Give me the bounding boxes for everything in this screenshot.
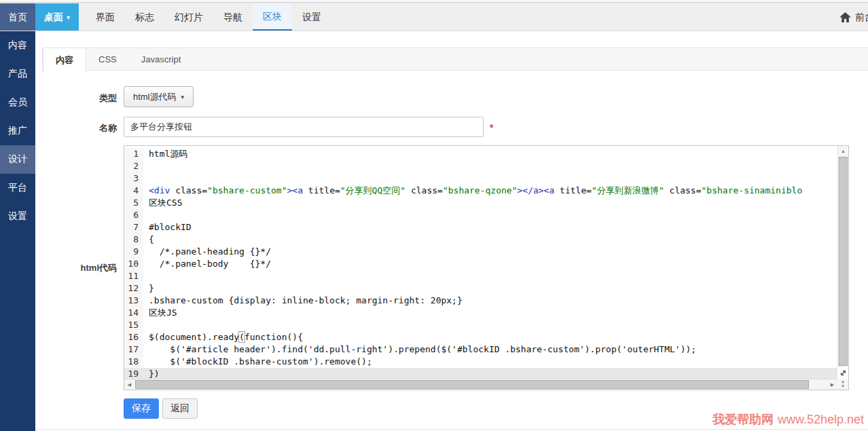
line-content: .bshare-custom {display: inline-block; m… [143, 295, 837, 307]
line-number: 10 [124, 258, 143, 270]
line-content: /*.panel-heading {}*/ [143, 246, 837, 258]
code-line[interactable]: 12} [124, 282, 837, 295]
line-number: 13 [124, 295, 143, 307]
frontend-link[interactable]: 前台 [839, 3, 868, 31]
nav-item-settings[interactable]: 设置 [292, 3, 331, 31]
line-content: $(document).ready(function(){ [143, 331, 837, 343]
code-line[interactable]: 6 [124, 209, 837, 221]
line-number: 2 [124, 160, 143, 172]
frontend-label: 前台 [855, 12, 868, 24]
nav-item-interface[interactable]: 界面 [86, 3, 125, 31]
line-number: 9 [124, 246, 143, 258]
chevron-down-icon: ▾ [181, 94, 185, 100]
nav-home-label: 首页 [8, 12, 27, 24]
code-line[interactable]: 11 [124, 270, 837, 282]
line-number: 15 [124, 319, 143, 331]
line-number: 17 [124, 343, 143, 356]
sidebar-item-design[interactable]: 设计 [0, 145, 35, 174]
vertical-scrollbar[interactable]: ▲ [837, 146, 848, 367]
sidebar-item-platform[interactable]: 平台 [0, 174, 35, 202]
tab-content[interactable]: 内容 [43, 48, 86, 72]
code-line[interactable]: 2 [124, 160, 837, 172]
back-button[interactable]: 返回 [162, 398, 198, 419]
watermark: 我爱帮助网www.52help.net [712, 411, 864, 428]
resize-grip-icon[interactable] [837, 367, 848, 378]
vertical-scrollbar-thumb[interactable] [839, 157, 848, 366]
sidebar: 内容 产品 会员 推广 设计 平台 设置 [0, 31, 35, 431]
line-number: 5 [124, 197, 143, 209]
type-dropdown[interactable]: html源代码 ▾ [124, 86, 194, 107]
line-content: $('#article header').find('dd.pull-right… [143, 343, 837, 356]
home-icon [839, 12, 851, 22]
code-line[interactable]: 9 /*.panel-heading {}*/ [124, 246, 837, 258]
tab-javascript[interactable]: Javascript [129, 48, 194, 71]
sidebar-item-product[interactable]: 产品 [0, 60, 35, 88]
line-number: 11 [124, 270, 143, 282]
code-line[interactable]: 13.bshare-custom {display: inline-block;… [124, 295, 837, 307]
code-line[interactable]: 4<div class="bshare-custom"><a title="分享… [124, 185, 837, 197]
code-line[interactable]: 16$(document).ready(function(){ [124, 331, 837, 343]
sidebar-item-content[interactable]: 内容 [0, 31, 35, 60]
line-number: 6 [124, 209, 143, 221]
nav-item-logo[interactable]: 标志 [125, 3, 164, 31]
sidebar-item-settings[interactable]: 设置 [0, 202, 35, 231]
scroll-left-arrow-icon[interactable]: ◀ [124, 379, 134, 390]
line-content: 区块CSS [143, 197, 837, 209]
code-line[interactable]: 10 /*.panel-body {}*/ [124, 258, 837, 270]
top-strip [0, 0, 868, 3]
name-label: 名称 [0, 122, 117, 134]
nav-item-navigation[interactable]: 导航 [213, 3, 253, 31]
line-content: #blockID [143, 221, 837, 233]
line-content: } [143, 282, 837, 295]
line-content: <div class="bshare-custom"><a title="分享到… [143, 185, 837, 197]
scroll-up-arrow-icon[interactable]: ▲ [838, 146, 848, 156]
code-line[interactable]: 15 [124, 319, 837, 331]
nav-item-home[interactable]: 首页 [0, 3, 35, 31]
code-line[interactable]: 14区块JS [124, 307, 837, 319]
code-line[interactable]: 18 $('#blockID .bshare-custom').remove()… [124, 356, 837, 368]
required-asterisk: * [490, 122, 493, 133]
content-tab-bar: 内容 CSS Javascript [42, 48, 868, 71]
save-button[interactable]: 保存 [124, 398, 159, 419]
code-editor-lines[interactable]: 1html源码234<div class="bshare-custom"><a … [124, 146, 837, 379]
line-number: 8 [124, 233, 143, 246]
scroll-right-arrow-icon[interactable]: ▶ [827, 379, 837, 390]
nav-item-slideshow[interactable]: 幻灯片 [164, 3, 213, 31]
line-content: /*.panel-body {}*/ [143, 258, 837, 270]
type-label: 类型 [0, 92, 117, 105]
line-number: 4 [124, 185, 143, 197]
code-line[interactable]: 17 $('#article header').find('dd.pull-ri… [124, 343, 837, 356]
type-dropdown-value: html源代码 [133, 91, 177, 103]
horizontal-scrollbar[interactable]: ◀ ▶ [124, 379, 837, 390]
line-content: 区块JS [143, 307, 837, 319]
line-number: 3 [124, 172, 143, 185]
line-number: 7 [124, 221, 143, 233]
line-content [143, 270, 837, 282]
line-content [143, 172, 837, 185]
line-number: 19 [124, 368, 143, 379]
code-line[interactable]: 1html源码 [124, 148, 837, 160]
html-code-editor[interactable]: 1html源码234<div class="bshare-custom"><a … [124, 145, 849, 390]
line-number: 16 [124, 331, 143, 343]
watermark-url: www.52help.net [778, 413, 864, 426]
scroll-spinner[interactable]: ▲▼ [837, 379, 848, 390]
horizontal-scrollbar-thumb[interactable] [135, 380, 809, 389]
tab-css[interactable]: CSS [86, 48, 129, 71]
line-content: html源码 [143, 148, 837, 160]
bottom-divider [35, 429, 868, 430]
code-line[interactable]: 8{ [124, 233, 837, 246]
code-line[interactable]: 3 [124, 172, 837, 185]
chevron-down-icon: ▾ [67, 14, 70, 21]
nav-item-desktop-dropdown[interactable]: 桌面 ▾ [35, 3, 79, 31]
line-content [143, 319, 837, 331]
code-line[interactable]: 7#blockID [124, 221, 837, 233]
line-content: $('#blockID .bshare-custom').remove(); [143, 356, 837, 368]
line-number: 14 [124, 307, 143, 319]
name-input[interactable] [124, 117, 484, 137]
top-nav-items: 界面 标志 幻灯片 导航 区块 设置 [86, 3, 331, 31]
code-line[interactable]: 5区块CSS [124, 197, 837, 209]
code-line[interactable]: 19}) [124, 368, 837, 379]
line-content [143, 160, 837, 172]
nav-item-block[interactable]: 区块 [253, 3, 292, 31]
line-number: 1 [124, 148, 143, 160]
